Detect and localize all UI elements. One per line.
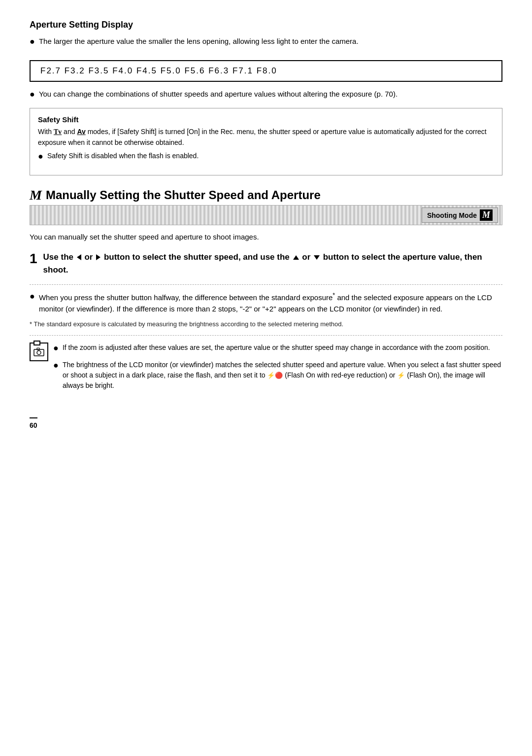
manual-bullet-1: ● When you press the shutter button half… [30, 291, 502, 314]
page-number: 60 [30, 417, 37, 429]
tv-mode-text: Tv [54, 128, 62, 136]
svg-rect-2 [37, 348, 39, 350]
note-box: ● If the zoom is adjusted after these va… [30, 343, 502, 396]
manual-section: M Manually Setting the Shutter Speed and… [30, 187, 502, 395]
step-1-text: Use the or button to select the shutter … [43, 251, 502, 277]
safety-shift-body: With Tv and Av modes, if [Safety Shift] … [38, 127, 494, 163]
bullet-dot-6: ● [53, 359, 59, 372]
bullet-dot-3: ● [38, 150, 43, 163]
bullet-dot-4: ● [30, 290, 35, 303]
divider-2 [30, 335, 502, 336]
aperture-section: Aperture Setting Display ● The larger th… [30, 20, 502, 175]
camera-icon-svg [33, 347, 44, 356]
m-icon-title: M [30, 187, 42, 203]
bullet-dot-2: ● [30, 88, 35, 101]
footnote-section: * The standard exposure is calculated by… [30, 319, 502, 329]
bullet-dot-1: ● [30, 35, 35, 48]
manual-bullet-1-text: When you press the shutter button halfwa… [39, 291, 502, 314]
aperture-bullet-2-text: You can change the combinations of shutt… [39, 89, 398, 100]
note-bullet-1: ● If the zoom is adjusted after these va… [53, 343, 502, 355]
note-bullet-2: ● The brightness of the LCD monitor (or … [53, 360, 502, 391]
flash-redeye-symbol: ⚡🔴 [267, 372, 283, 379]
bullet-dot-5: ● [53, 342, 59, 355]
camera-note-icon [30, 343, 48, 361]
aperture-section-title: Aperture Setting Display [30, 20, 502, 30]
safety-shift-title: Safety Shift [38, 115, 494, 124]
arrow-up-icon [293, 255, 299, 260]
safety-shift-bullet: ● Safety Shift is disabled when the flas… [38, 151, 494, 163]
shooting-mode-text: Shooting Mode [427, 211, 477, 219]
aperture-bullet-1-text: The larger the aperture value the smalle… [39, 36, 359, 47]
or-text-2: or [302, 252, 310, 262]
page-content: Aperture Setting Display ● The larger th… [30, 20, 502, 429]
manual-section-title-text: Manually Setting the Shutter Speed and A… [46, 188, 321, 202]
arrow-left-icon-1 [77, 254, 81, 260]
note-content: ● If the zoom is adjusted after these va… [53, 343, 502, 396]
shooting-mode-label: Shooting Mode M [422, 207, 498, 223]
av-mode-text: Av [77, 128, 85, 136]
safety-shift-bullet-text: Safety Shift is disabled when the flash … [47, 151, 199, 161]
safety-shift-text: With Tv and Av modes, if [Safety Shift] … [38, 128, 487, 146]
arrow-right-icon-1 [96, 254, 100, 260]
safety-shift-box: Safety Shift With Tv and Av modes, if [S… [30, 108, 502, 175]
shooting-mode-banner: Shooting Mode M [30, 205, 502, 225]
svg-point-1 [37, 350, 41, 354]
footnote-text: * The standard exposure is calculated by… [30, 320, 343, 328]
aperture-values-box: F2.7 F3.2 F3.5 F4.0 F4.5 F5.0 F5.6 F6.3 … [30, 60, 502, 82]
flash-symbol: ⚡ [397, 372, 405, 379]
or-text-1: or [84, 252, 93, 262]
note-bullet-1-text: If the zoom is adjusted after these valu… [63, 343, 490, 353]
m-mode-badge: M [480, 209, 493, 221]
divider-1 [30, 284, 502, 285]
note-bullet-2-text: The brightness of the LCD monitor (or vi… [63, 360, 502, 391]
manual-section-title: M Manually Setting the Shutter Speed and… [30, 187, 502, 203]
aperture-bullet-1: ● The larger the aperture value the smal… [30, 36, 502, 48]
step-1-box: 1 Use the or button to select the shutte… [30, 251, 502, 277]
aperture-bullet-2: ● You can change the combinations of shu… [30, 89, 502, 101]
step-1-number: 1 [30, 252, 37, 266]
footnote-sup: * [332, 292, 335, 299]
manual-intro: You can manually set the shutter speed a… [30, 231, 502, 242]
arrow-down-icon [314, 255, 320, 260]
